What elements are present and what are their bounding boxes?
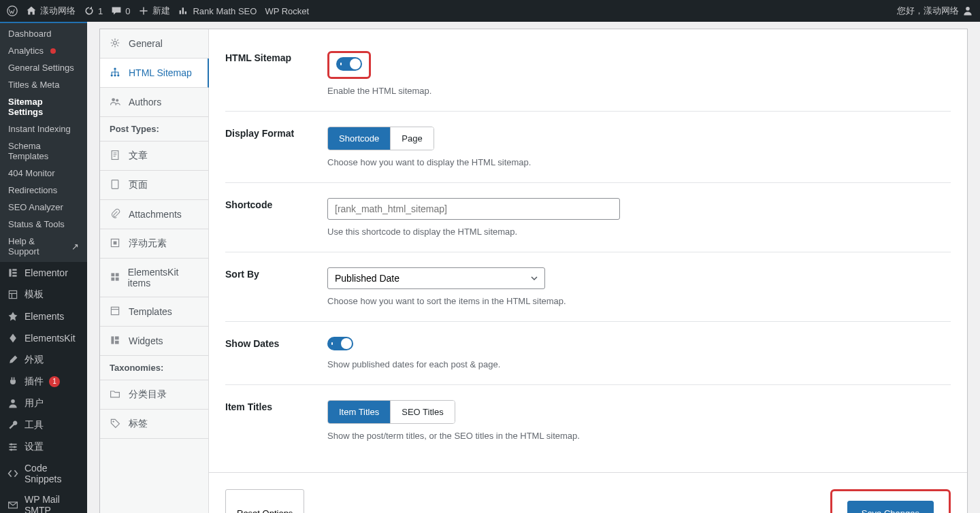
field-sort-by-label: Sort By [225,267,314,306]
submenu-titles-meta[interactable]: Titles & Meta [0,76,87,93]
rankmath-submenu: Dashboard Analytics General Settings Tit… [0,23,87,262]
wprocket-label: WP Rocket [265,6,309,16]
svg-rect-28 [116,278,119,281]
tab-html-sitemap-label: HTML Sitemap [129,67,192,78]
submenu-status-tools[interactable]: Status & Tools [0,216,87,233]
field-sort-by-help: Choose how you want to sort the items in… [327,296,951,306]
menu-elements[interactable]: Elements [0,305,87,327]
html-sitemap-toggle[interactable] [336,57,362,71]
menu-users[interactable]: 用户 [0,393,87,414]
submenu-dashboard[interactable]: Dashboard [0,25,87,42]
elements-icon [7,310,19,322]
submenu-analytics[interactable]: Analytics [0,42,87,59]
tag-icon [110,418,122,430]
highlight-save: Save Changes [830,489,951,513]
menu-appearance[interactable]: 外观 [0,349,87,371]
menu-settings[interactable]: 设置 [0,436,87,458]
menu-plugins-label: 插件 [24,376,44,388]
tab-general-label: General [129,38,163,49]
submenu-404-monitor[interactable]: 404 Monitor [0,165,87,182]
tab-floating[interactable]: 浮动元素 [100,229,208,259]
svg-rect-3 [12,269,16,270]
submenu-help-support[interactable]: Help & Support ↗ [0,233,87,260]
code-icon [7,467,19,480]
site-name[interactable]: 漾动网络 [26,5,76,17]
wordpress-icon [7,5,18,16]
svg-point-19 [112,98,115,101]
svg-rect-26 [116,273,119,276]
menu-templates[interactable]: 模板 [0,284,87,305]
menu-code-snippets-label: Code Snippets [24,463,80,484]
menu-elementskit-label: ElementsKit [24,333,76,344]
menu-tools[interactable]: 工具 [0,414,87,436]
item-titles-seo[interactable]: SEO Titles [391,401,454,423]
field-shortcode: Shortcode Use this shortcode to display … [225,183,951,252]
tab-html-sitemap[interactable]: HTML Sitemap [100,59,209,88]
sort-by-select[interactable]: Published Date [327,267,545,289]
submenu-sitemap-settings[interactable]: Sitemap Settings [0,93,87,120]
menu-elementor[interactable]: Elementor [0,262,87,284]
items-icon [110,271,121,284]
svg-point-7 [11,399,15,403]
field-show-dates: Show Dates Show published dates for each… [225,322,951,385]
rankmath-link[interactable]: Rank Math SEO [178,5,257,16]
tab-authors[interactable]: Authors [100,88,208,117]
tab-templates[interactable]: Templates [100,297,208,327]
tab-widgets[interactable]: Widgets [100,327,208,356]
wp-logo[interactable] [7,5,18,16]
svg-point-18 [117,74,119,76]
wprocket-link[interactable]: WP Rocket [265,6,309,16]
elementskit-icon [7,332,19,344]
menu-code-snippets[interactable]: Code Snippets [0,458,87,489]
field-item-titles: Item Titles Item Titles SEO Titles Show … [225,385,951,456]
submenu-general-settings[interactable]: General Settings [0,59,87,76]
tab-general[interactable]: General [100,29,208,59]
menu-elementskit[interactable]: ElementsKit [0,327,87,349]
display-format-shortcode[interactable]: Shortcode [328,127,391,150]
admin-menu: Dashboard Analytics General Settings Tit… [0,22,87,513]
attachment-icon [110,208,122,220]
display-format-group: Shortcode Page [327,127,434,150]
svg-point-14 [114,42,117,45]
gear-icon [110,37,122,50]
field-html-sitemap-label: HTML Sitemap [225,51,314,96]
submenu-schema-templates[interactable]: Schema Templates [0,137,87,165]
svg-rect-5 [12,275,16,276]
submenu-instant-indexing[interactable]: Instant Indexing [0,120,87,137]
settings-body: HTML Sitemap Enable the HTML sitemap. Di… [209,29,967,472]
submenu-seo-analyzer[interactable]: SEO Analyzer [0,199,87,216]
tab-elementskit-items[interactable]: ElementsKit items [100,259,208,297]
tab-attachments[interactable]: Attachments [100,200,208,229]
external-icon: ↗ [71,242,79,252]
greeting[interactable]: 您好，漾动网络 [897,5,973,17]
field-shortcode-help: Use this shortcode to display the HTML s… [327,227,951,237]
updates[interactable]: 1 [84,5,103,16]
tab-posts[interactable]: 文章 [100,142,208,171]
tab-pages[interactable]: 页面 [100,171,208,200]
tab-categories-label: 分类目录 [129,388,167,401]
field-html-sitemap: HTML Sitemap Enable the HTML sitemap. [225,36,951,112]
shortcode-input[interactable] [327,198,620,220]
new-content[interactable]: 新建 [138,5,170,17]
tab-authors-label: Authors [129,97,161,107]
menu-wp-mail-smtp[interactable]: WP Mail SMTP [0,489,87,513]
field-html-sitemap-help: Enable the HTML sitemap. [327,86,951,96]
reset-button[interactable]: Reset Options [225,489,304,513]
display-format-page[interactable]: Page [391,127,433,150]
comments[interactable]: 0 [111,5,130,16]
tab-categories[interactable]: 分类目录 [100,380,208,410]
save-button[interactable]: Save Changes [847,501,934,513]
show-dates-toggle[interactable] [327,337,353,350]
svg-point-16 [111,74,113,76]
wrench-icon [7,419,19,431]
svg-rect-27 [111,278,114,281]
tab-tags-label: 标签 [129,418,148,430]
field-item-titles-label: Item Titles [225,400,314,441]
submenu-redirections[interactable]: Redirections [0,182,87,199]
menu-plugins[interactable]: 插件1 [0,371,87,393]
menu-elementor-label: Elementor [24,267,68,278]
item-titles-item[interactable]: Item Titles [328,401,391,423]
tab-tags[interactable]: 标签 [100,410,208,439]
elementor-icon [7,267,19,279]
menu-appearance-label: 外观 [24,354,44,366]
